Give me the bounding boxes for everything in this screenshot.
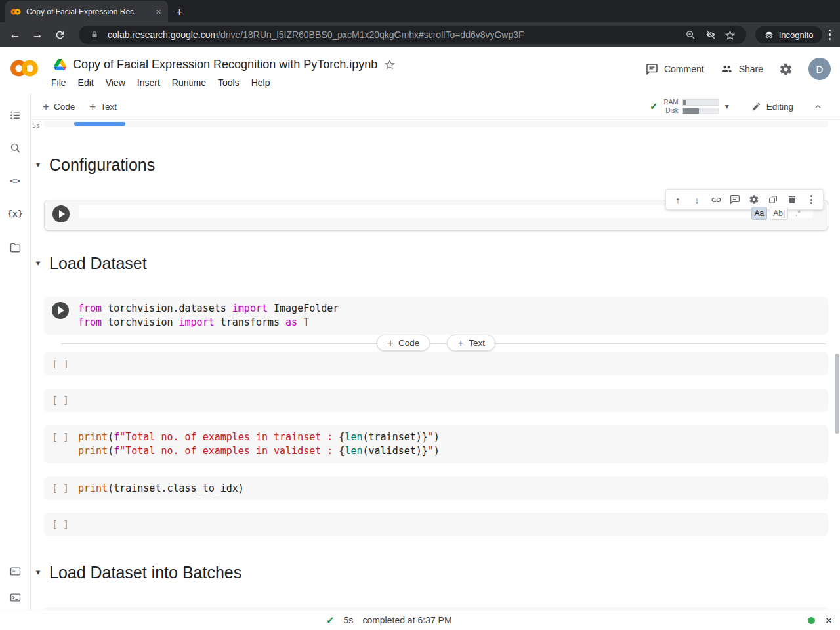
star-notebook-icon[interactable] (384, 58, 396, 70)
new-tab-button[interactable]: + (176, 6, 183, 18)
cell-gutter[interactable] (45, 200, 77, 230)
cell-gutter[interactable]: [ ] (44, 425, 77, 463)
cell-gutter[interactable]: [ ] (44, 352, 77, 375)
insert-cell-row: + Code + Text (44, 335, 828, 352)
notebook-content: 5s ▾ Configurations ↑ ↓ (31, 120, 840, 610)
url-text: colab.research.google.com/drive/18RUn_l5… (108, 30, 524, 40)
status-close-icon[interactable]: × (826, 615, 832, 626)
menu-view[interactable]: View (100, 75, 131, 91)
zoom-icon[interactable] (684, 28, 698, 41)
empty-code-cell[interactable]: [ ] (44, 352, 828, 375)
insert-code-button[interactable]: + Code (377, 335, 430, 351)
avatar[interactable]: D (808, 58, 831, 80)
section-title[interactable]: Load Dataset into Batches (49, 561, 242, 583)
back-icon[interactable]: ← (7, 26, 24, 43)
share-button[interactable]: Share (720, 63, 763, 75)
whole-word-button[interactable]: Ab| (770, 207, 788, 220)
browser-window: Copy of Facial Expression Rec × + ← → co… (0, 0, 840, 630)
cell-gutter[interactable] (44, 297, 77, 335)
menu-file[interactable]: File (45, 75, 72, 91)
files-pane-icon[interactable] (0, 239, 30, 256)
regex-button[interactable]: .* (791, 207, 805, 220)
forward-icon[interactable]: → (29, 26, 46, 43)
editor-format-bar: Aa Ab| .* (751, 207, 805, 220)
empty-code-cell[interactable]: [ ] (44, 513, 828, 536)
menu-help[interactable]: Help (245, 75, 276, 91)
plus-icon: + (457, 337, 464, 348)
browser-tab[interactable]: Copy of Facial Expression Rec × (5, 1, 168, 22)
code-editor[interactable]: print(trainset.class_to_idx) (77, 476, 828, 500)
run-cell-button[interactable] (52, 205, 70, 222)
pencil-icon (751, 102, 761, 112)
insert-text-label: Text (469, 338, 485, 348)
resources-dropdown-icon[interactable]: ▾ (725, 102, 729, 111)
search-icon[interactable] (0, 139, 30, 156)
collapse-section-icon[interactable]: ▾ (33, 561, 43, 583)
delete-cell-icon[interactable] (784, 191, 801, 208)
settings-gear-icon[interactable] (779, 62, 793, 76)
drive-icon (54, 59, 66, 70)
code-editor[interactable]: from torchvision.datasets import ImageFo… (77, 297, 828, 335)
left-sidebar: <> {x} (0, 93, 31, 610)
cell-gutter[interactable]: [ ] (44, 388, 77, 412)
incognito-badge: Incognito (755, 26, 822, 43)
menu-edit[interactable]: Edit (72, 75, 100, 91)
reload-icon[interactable] (51, 26, 68, 43)
comment-cell-icon[interactable] (726, 191, 744, 208)
insert-text-button[interactable]: + Text (447, 335, 495, 351)
resource-labels: RAM Disk (663, 98, 678, 115)
empty-code-cell[interactable]: [ ] (44, 388, 828, 412)
code-editor[interactable]: print(f"Total no. of examples in trainse… (77, 425, 828, 463)
browser-menu-icon[interactable] (826, 27, 834, 43)
cell-more-icon[interactable] (803, 191, 820, 208)
editing-mode-button[interactable]: Editing (751, 102, 793, 112)
notebook-title[interactable]: Copy of Facial Expression Recognition wi… (73, 58, 377, 72)
collapse-header-icon[interactable] (813, 102, 823, 112)
match-case-button[interactable]: Aa (751, 207, 768, 220)
menu-insert[interactable]: Insert (131, 75, 166, 91)
code-pane-icon[interactable]: <> (0, 172, 30, 189)
connection-status-dot (808, 617, 815, 624)
section-title[interactable]: Load Dataset (49, 252, 147, 274)
cell-settings-gear-icon[interactable] (746, 191, 763, 208)
collapse-section-icon[interactable]: ▾ (33, 154, 43, 176)
bookmark-star-icon[interactable] (724, 28, 737, 41)
move-cell-down-icon[interactable]: ↓ (688, 191, 705, 208)
add-text-button[interactable]: + Text (89, 101, 117, 112)
move-cell-up-icon[interactable]: ↑ (669, 191, 686, 208)
add-code-button[interactable]: + Code (43, 101, 75, 112)
browser-navbar: ← → colab.research.google.com/drive/18RU… (0, 22, 840, 47)
cell-gutter[interactable]: [ ] (44, 513, 77, 536)
table-of-contents-icon[interactable] (0, 106, 30, 123)
menu-runtime[interactable]: Runtime (166, 75, 212, 91)
cell-run-indicator: [ ] (52, 513, 68, 530)
cell-run-indicator: [ ] (52, 425, 68, 442)
variables-pane-icon[interactable]: {x} (0, 205, 30, 222)
notebook-toolbar: + Code + Text ✓ RAM Disk (31, 93, 840, 120)
lock-icon[interactable] (88, 28, 101, 41)
collapse-section-icon[interactable]: ▾ (33, 252, 43, 274)
code-cell-configurations: ↑ ↓ (44, 200, 828, 231)
code-snippets-icon[interactable] (0, 562, 30, 579)
incognito-icon (764, 30, 774, 40)
colab-header: Copy of Facial Expression Recognition wi… (0, 47, 840, 93)
tab-close-icon[interactable]: × (154, 5, 163, 18)
link-cell-icon[interactable] (707, 191, 724, 208)
menu-tools[interactable]: Tools (212, 75, 245, 91)
mirror-cell-icon[interactable] (765, 191, 782, 208)
share-people-icon (720, 63, 733, 75)
disk-label: Disk (665, 107, 678, 114)
eye-slash-icon[interactable] (704, 28, 717, 41)
comment-button[interactable]: Comment (646, 63, 704, 75)
ram-label: RAM (663, 98, 678, 106)
cell-gutter[interactable]: [ ] (44, 476, 77, 500)
terminal-icon[interactable] (0, 589, 30, 606)
scrollbar-thumb[interactable] (835, 354, 839, 434)
comment-label: Comment (664, 64, 704, 74)
code-cell-class-to-idx: [ ] print(trainset.class_to_idx) (44, 476, 828, 500)
section-load-batches: ▾ Load Dataset into Batches (33, 561, 840, 583)
colab-logo[interactable] (9, 58, 39, 79)
run-cell-button[interactable] (52, 302, 69, 319)
section-title[interactable]: Configurations (49, 154, 155, 176)
url-bar[interactable]: colab.research.google.com/drive/18RUn_l5… (79, 26, 746, 44)
